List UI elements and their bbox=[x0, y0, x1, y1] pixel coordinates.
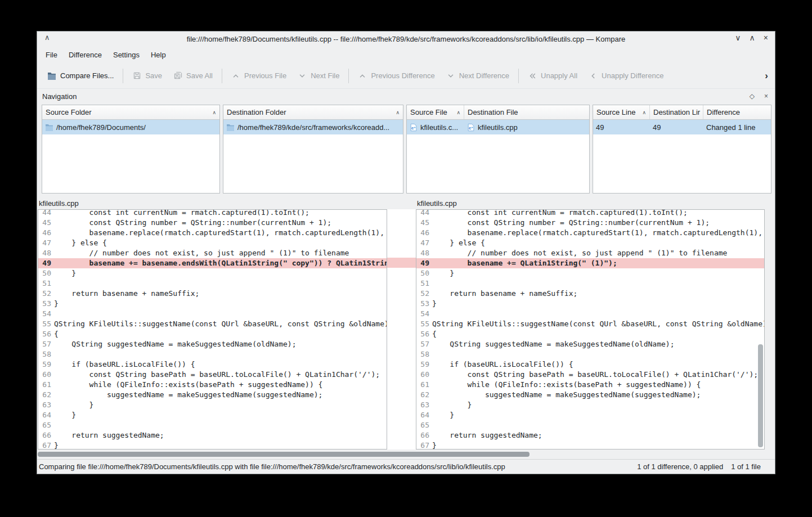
horizontal-scrollbar-thumb[interactable] bbox=[38, 452, 530, 457]
diff-line[interactable]: 52 return basename + nameSuffix; bbox=[416, 289, 764, 299]
dock-close-icon[interactable]: × bbox=[764, 92, 768, 100]
diff-line-changed[interactable]: 49 basename += basename.endsWith(QLatin1… bbox=[38, 258, 387, 268]
diff-line[interactable]: 52 return basename + nameSuffix; bbox=[38, 289, 387, 299]
diff-line[interactable]: 58 bbox=[416, 349, 764, 359]
diff-line[interactable]: 67} bbox=[416, 440, 764, 449]
diff-line[interactable]: 47 } else { bbox=[416, 238, 764, 248]
diff-line[interactable]: 66 return suggestedName; bbox=[38, 430, 387, 440]
vertical-scrollbar-thumb[interactable] bbox=[758, 344, 763, 447]
diff-line[interactable]: 53} bbox=[38, 299, 387, 309]
diff-line[interactable]: 51 bbox=[416, 278, 764, 289]
close-window-icon[interactable]: × bbox=[764, 33, 768, 42]
diff-line[interactable]: 67} bbox=[38, 440, 387, 449]
diff-line[interactable]: 64 } bbox=[38, 410, 387, 420]
menu-file[interactable]: File bbox=[40, 48, 63, 61]
toolbar-button-previous-difference[interactable]: Previous Difference bbox=[352, 68, 440, 84]
diff-line[interactable]: 46 basename.replace(rmatch.capturedStart… bbox=[38, 228, 387, 238]
toolbar-button-compare-files[interactable]: Compare Files... bbox=[42, 68, 119, 84]
code-text: if (baseURL.isLocalFile()) { bbox=[432, 359, 573, 370]
toolbar-button-previous-file[interactable]: Previous File bbox=[226, 68, 292, 84]
diff-line[interactable]: 57 QString suggestedName = makeSuggested… bbox=[416, 339, 764, 349]
diff-line[interactable]: 53} bbox=[416, 299, 764, 309]
menu-difference[interactable]: Difference bbox=[63, 48, 107, 61]
column-header[interactable]: Source Line∧ bbox=[593, 105, 650, 119]
lower-window-icon[interactable]: ∨ bbox=[735, 33, 741, 42]
diff-line[interactable]: 44 const int currentNum = rmatch.capture… bbox=[416, 209, 764, 218]
diff-line[interactable]: 58 bbox=[38, 349, 387, 359]
diff-line[interactable]: 56{ bbox=[38, 329, 387, 339]
diff-line[interactable]: 44 const int currentNum = rmatch.capture… bbox=[38, 209, 387, 218]
line-number: 56 bbox=[38, 329, 54, 339]
shade-icon[interactable]: ∧ bbox=[44, 33, 50, 42]
diff-line[interactable]: 65 bbox=[38, 420, 387, 430]
line-number: 57 bbox=[416, 339, 432, 349]
column-header[interactable]: Difference bbox=[703, 105, 771, 119]
diff-line[interactable]: 55QString KFileUtils::suggestName(const … bbox=[416, 319, 764, 329]
diff-line[interactable]: 56{ bbox=[416, 329, 764, 339]
diff-line[interactable]: 45 const QString number = QString::numbe… bbox=[38, 218, 387, 228]
code-text: while (QFileInfo::exists(basePath + sugg… bbox=[54, 380, 322, 390]
nav-row[interactable]: /home/fhek789/Documents/ bbox=[42, 120, 219, 134]
diff-line[interactable]: 59 if (baseURL.isLocalFile()) { bbox=[416, 359, 764, 370]
diff-line[interactable]: 61 while (QFileInfo::exists(basePath + s… bbox=[416, 380, 764, 390]
diff-line[interactable]: 51 bbox=[38, 278, 387, 289]
diff-line[interactable]: 65 bbox=[416, 420, 764, 430]
diff-line-changed[interactable]: 49 basename += QLatin1String(" (1)"); bbox=[416, 258, 764, 268]
nav-row[interactable]: /home/fhek789/kde/src/frameworks/kcoread… bbox=[223, 120, 403, 134]
diff-line[interactable]: 57 QString suggestedName = makeSuggested… bbox=[38, 339, 387, 349]
diff-line[interactable]: 66 return suggestedName; bbox=[416, 430, 764, 440]
column-header[interactable]: Destination Lir bbox=[650, 105, 703, 119]
nav-panel-lines: Source Line∧Destination LirDifference494… bbox=[593, 105, 771, 194]
diff-line[interactable]: 62 suggestedName = makeSuggestedName(sug… bbox=[38, 390, 387, 400]
nav-panel-header: Source Line∧Destination LirDifference bbox=[593, 105, 771, 120]
diff-line[interactable]: 63 } bbox=[38, 400, 387, 410]
column-header[interactable]: Destination Folder∧ bbox=[223, 105, 403, 119]
source-pane[interactable]: 44 const int currentNum = rmatch.capture… bbox=[38, 209, 387, 449]
code-text: } else { bbox=[54, 238, 107, 248]
line-number: 55 bbox=[416, 319, 432, 329]
nav-row[interactable]: 4949Changed 1 line bbox=[593, 120, 771, 134]
diff-line[interactable]: 48 // number does not exist, so just app… bbox=[416, 248, 764, 258]
diff-line[interactable]: 60 const QString basePath = baseURL.toLo… bbox=[416, 370, 764, 380]
toolbar-button-save-all[interactable]: Save All bbox=[168, 68, 218, 84]
destination-pane[interactable]: 44 const int currentNum = rmatch.capture… bbox=[416, 209, 765, 449]
folder-icon bbox=[226, 124, 235, 131]
toolbar-overflow-icon[interactable]: › bbox=[765, 70, 770, 82]
diff-line[interactable]: 46 basename.replace(rmatch.capturedStart… bbox=[416, 228, 764, 238]
diff-line[interactable]: 45 const QString number = QString::numbe… bbox=[416, 218, 764, 228]
diff-line[interactable]: 54 bbox=[416, 309, 764, 319]
column-header[interactable]: Source File∧ bbox=[407, 105, 464, 119]
line-number: 63 bbox=[416, 400, 432, 410]
diff-line[interactable]: 64 } bbox=[416, 410, 764, 420]
raise-window-icon[interactable]: ∧ bbox=[750, 33, 755, 42]
toolbar-button-unapply-all[interactable]: Unapply All bbox=[522, 68, 583, 84]
diff-line[interactable]: 61 while (QFileInfo::exists(basePath + s… bbox=[38, 380, 387, 390]
diff-line[interactable]: 50 } bbox=[416, 268, 764, 278]
toolbar-button-next-difference[interactable]: Next Difference bbox=[441, 68, 515, 84]
diff-line[interactable]: 48 // number does not exist, so just app… bbox=[38, 248, 387, 258]
kompare-window: ∧ file:///home/fhek789/Documents/kfileut… bbox=[37, 31, 775, 474]
menu-help[interactable]: Help bbox=[145, 48, 172, 61]
diff-line[interactable]: 55QString KFileUtils::suggestName(const … bbox=[38, 319, 387, 329]
diff-line[interactable]: 63 } bbox=[416, 400, 764, 410]
diff-line[interactable]: 62 suggestedName = makeSuggestedName(sug… bbox=[416, 390, 764, 400]
dock-float-icon[interactable]: ◇ bbox=[750, 92, 755, 100]
column-header[interactable]: Source Folder∧ bbox=[42, 105, 219, 119]
menu-settings[interactable]: Settings bbox=[107, 48, 145, 61]
diff-line[interactable]: 54 bbox=[38, 309, 387, 319]
titlebar[interactable]: ∧ file:///home/fhek789/Documents/kfileut… bbox=[37, 32, 775, 46]
toolbar-button-next-file[interactable]: Next File bbox=[292, 68, 345, 84]
diff-line[interactable]: 60 const QString basePath = baseURL.toLo… bbox=[38, 370, 387, 380]
line-number: 48 bbox=[38, 248, 54, 258]
toolbar-button-unapply-difference[interactable]: Unapply Difference bbox=[583, 68, 669, 84]
toolbar-button-save[interactable]: Save bbox=[127, 68, 168, 84]
diff-line[interactable]: 59 if (baseURL.isLocalFile()) { bbox=[38, 359, 387, 370]
code-text: } bbox=[54, 400, 93, 410]
horizontal-scrollbar[interactable] bbox=[37, 449, 775, 459]
column-header[interactable]: Destination File bbox=[464, 105, 589, 119]
nav-row[interactable]: c+kfileutils.c...c+kfileutils.cpp bbox=[407, 120, 589, 134]
diff-line[interactable]: 50 } bbox=[38, 268, 387, 278]
diff-line[interactable]: 47 } else { bbox=[38, 238, 387, 248]
line-number: 55 bbox=[38, 319, 54, 329]
code-text: const QString number = QString::number(c… bbox=[54, 218, 331, 228]
